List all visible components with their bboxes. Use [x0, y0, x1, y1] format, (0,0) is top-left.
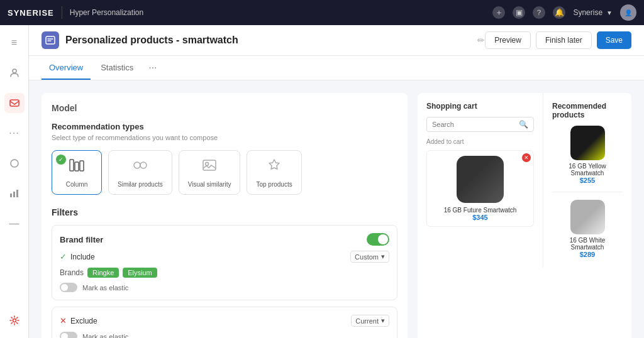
cart-item: ✕ 16 GB Future Smartwatch $345 — [426, 150, 534, 227]
sidebar-icon-bar[interactable] — [4, 183, 25, 204]
visual-icon — [201, 157, 218, 177]
brand-tag-elysium[interactable]: Elysium — [123, 268, 157, 278]
rec-product-1: 16 GB Yellow Smartwatch $255 — [552, 126, 623, 192]
include-elastic-row: Mark as elastic — [60, 283, 389, 292]
rec-card-visual[interactable]: Visual similarity — [179, 150, 241, 195]
svg-point-12 — [140, 162, 147, 168]
similar-icon — [132, 157, 148, 177]
tab-more-icon[interactable]: ··· — [143, 56, 162, 80]
tab-overview[interactable]: Overview — [42, 57, 91, 80]
model-label: Model — [52, 103, 397, 113]
page-header: Personalized products - smartwatch ✏ Pre… — [29, 25, 644, 56]
page-icon — [42, 31, 59, 49]
header-actions: Preview Finish later Save — [485, 31, 631, 49]
monitor-icon[interactable]: ▣ — [513, 6, 525, 19]
bell-icon[interactable]: 🔔 — [553, 6, 565, 19]
rec-product-2-image — [570, 200, 605, 234]
rec-card-column[interactable]: ✓ Column — [52, 150, 102, 195]
sidebar-icon-mail[interactable] — [4, 93, 25, 113]
recommendation-types: Recommendation types Select type of reco… — [52, 122, 397, 195]
selected-check-icon: ✓ — [56, 155, 66, 165]
brand-tag-ringke[interactable]: Ringke — [87, 268, 119, 278]
exclude-mode-select[interactable]: Current ▾ — [351, 315, 389, 327]
sidebar-icon-circle[interactable] — [4, 153, 25, 173]
exclude-label: ✕ Exclude — [60, 316, 97, 325]
rec-types-list: ✓ Column Similar products — [52, 150, 397, 195]
brand-filter-toggle[interactable] — [367, 233, 389, 246]
rec-card-similar[interactable]: Similar products — [108, 150, 172, 195]
sidebar-icon-dash[interactable]: — — [4, 214, 25, 234]
recommended-products: Recommended products 16 GB Yellow Smartw… — [543, 93, 631, 267]
svg-rect-10 — [80, 161, 84, 171]
sidebar-icon-dots[interactable]: ··· — [4, 123, 25, 143]
svg-point-14 — [206, 163, 209, 166]
rec-card-top[interactable]: Top products — [247, 150, 301, 195]
rec-product-1-name: 16 GB Yellow Smartwatch — [552, 163, 623, 177]
preview-panel: Shopping cart 🔍 Added to cart ✕ 16 GB Fu… — [418, 93, 631, 338]
save-button[interactable]: Save — [597, 31, 631, 49]
tab-statistics[interactable]: Statistics — [93, 57, 141, 80]
cart-search[interactable]: 🔍 — [426, 117, 534, 132]
rec-types-subtitle: Select type of recommendations you want … — [52, 134, 397, 141]
cart-item-price: $345 — [432, 214, 528, 221]
include-elastic-toggle[interactable] — [60, 283, 77, 292]
exclude-elastic-row: Mark as elastic — [60, 332, 389, 338]
tabs-bar: Overview Statistics ··· — [29, 56, 644, 80]
brands-label: Brands — [60, 268, 84, 277]
preview-inner: Shopping cart 🔍 Added to cart ✕ 16 GB Fu… — [418, 93, 631, 267]
cart-search-input[interactable] — [432, 121, 519, 128]
include-label: ✓ Include — [60, 252, 95, 261]
include-mode-select[interactable]: Custom ▾ — [350, 251, 389, 263]
finish-later-button[interactable]: Finish later — [536, 31, 592, 49]
svg-point-0 — [13, 69, 16, 73]
toggle-knob — [378, 234, 388, 244]
sidebar-icon-settings[interactable] — [4, 310, 25, 330]
include-row: ✓ Include Custom ▾ — [60, 251, 389, 263]
rec-product-2-price: $289 — [580, 251, 595, 258]
column-icon — [69, 157, 85, 177]
svg-rect-3 — [10, 194, 12, 197]
shopping-cart: Shopping cart 🔍 Added to cart ✕ 16 GB Fu… — [418, 93, 543, 267]
main-content: Personalized products - smartwatch ✏ Pre… — [29, 25, 644, 338]
avatar[interactable]: 👤 — [620, 4, 636, 21]
cart-item-name: 16 GB Future Smartwatch — [432, 207, 528, 214]
include-elastic-label: Mark as elastic — [82, 284, 128, 292]
visual-label: Visual similarity — [188, 181, 231, 188]
nav-divider — [62, 6, 62, 19]
preview-button[interactable]: Preview — [485, 31, 531, 49]
remove-item-button[interactable]: ✕ — [522, 153, 531, 162]
rec-types-title: Recommendation types — [52, 122, 397, 131]
sidebar-icon-menu[interactable]: ≡ — [4, 33, 25, 53]
top-icon — [266, 157, 282, 177]
user-name: Synerise — [573, 8, 602, 17]
user-menu[interactable]: Synerise ▼ — [573, 8, 613, 17]
top-label: Top products — [256, 181, 292, 188]
sidebar-icon-user[interactable] — [4, 63, 25, 83]
filters-title: Filters — [52, 207, 397, 217]
edit-icon[interactable]: ✏ — [477, 35, 485, 45]
rec-product-1-image — [570, 126, 605, 160]
svg-point-6 — [13, 319, 16, 322]
exclude-elastic-toggle[interactable] — [60, 332, 77, 338]
rec-product-2: 16 GB White Smartwatch $289 — [552, 200, 623, 258]
cart-watch-image — [457, 156, 504, 203]
brands-row: Brands Ringke Elysium — [60, 268, 389, 278]
content-area: Model Recommendation types Select type o… — [29, 80, 644, 338]
plus-icon[interactable]: ＋ — [492, 6, 505, 19]
chevron-down-icon: ▾ — [381, 253, 385, 261]
help-icon[interactable]: ？ — [533, 6, 545, 19]
app-title: Hyper Personalization — [70, 8, 143, 17]
nav-right: ＋ ▣ ？ 🔔 Synerise ▼ 👤 — [492, 4, 636, 21]
similar-label: Similar products — [118, 181, 163, 188]
added-label: Added to cart — [426, 138, 534, 145]
brand-filter-block: Brand filter ✓ Include Custom — [52, 225, 397, 300]
column-label: Column — [66, 181, 87, 188]
svg-rect-8 — [70, 160, 74, 171]
model-panel: Model Recommendation types Select type o… — [42, 93, 408, 338]
svg-rect-13 — [203, 160, 216, 170]
page-title: Personalized products - smartwatch — [65, 35, 472, 46]
rec-product-2-name: 16 GB White Smartwatch — [552, 237, 623, 251]
sidebar-bottom — [4, 310, 25, 330]
chevron-down-icon: ▼ — [606, 9, 613, 16]
filters-section: Filters Brand filter ✓ Include — [52, 207, 397, 338]
